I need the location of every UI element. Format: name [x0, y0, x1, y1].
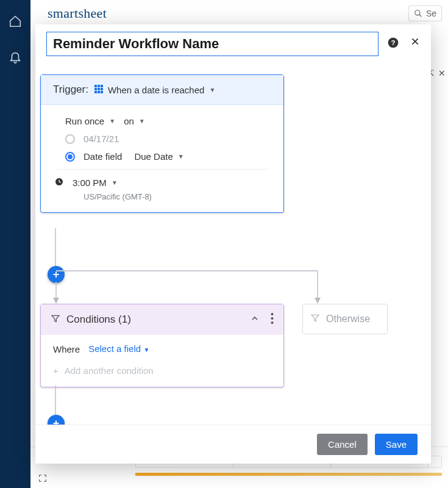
search-icon	[414, 9, 422, 18]
timezone-label: US/Pacific (GMT-8)	[84, 192, 269, 201]
svg-rect-13	[98, 91, 100, 93]
svg-rect-7	[98, 85, 100, 87]
notifications-icon[interactable]	[9, 50, 22, 66]
svg-rect-10	[98, 88, 100, 90]
date-field-select[interactable]: Due Date ▼	[134, 151, 183, 162]
workflow-modal: ? Trigger: When a date is reached ▼	[35, 24, 431, 464]
svg-rect-9	[94, 88, 97, 90]
clock-icon	[54, 177, 64, 188]
run-frequency-select[interactable]: Run once ▼	[65, 116, 115, 126]
workflow-name-input[interactable]	[46, 32, 379, 56]
expand-icon[interactable]	[38, 473, 48, 486]
close-icon[interactable]	[410, 37, 420, 51]
top-bar: smartsheet Se	[30, 0, 448, 27]
close-panel-icon[interactable]: ✕	[438, 68, 446, 78]
plus-icon: +	[53, 365, 59, 376]
svg-rect-8	[101, 85, 103, 87]
filter-icon	[51, 314, 60, 326]
add-condition-button[interactable]: + Add another condition	[53, 365, 271, 376]
date-grid-icon	[94, 85, 103, 95]
left-nav-rail	[0, 0, 30, 488]
specific-date-value: 04/17/21	[84, 134, 119, 144]
otherwise-branch[interactable]: Otherwise	[302, 304, 388, 334]
conditions-title: Conditions (1)	[66, 314, 131, 326]
run-on-select[interactable]: on ▼	[124, 116, 145, 126]
time-select[interactable]: 3:00 PM ▼	[73, 178, 118, 188]
chevron-down-icon: ▼	[209, 87, 215, 93]
svg-rect-14	[101, 91, 103, 93]
brand-logo: smartsheet	[48, 5, 107, 21]
trigger-type-text: When a date is reached	[108, 85, 204, 95]
collapse-conditions-button[interactable]	[250, 314, 260, 326]
svg-rect-11	[101, 88, 103, 90]
svg-rect-6	[94, 85, 97, 87]
save-button[interactable]: Save	[375, 434, 418, 455]
condition-field-select[interactable]: Select a field ▼	[88, 343, 149, 354]
svg-text:?: ?	[391, 38, 395, 46]
svg-marker-21	[53, 298, 59, 304]
trigger-label: Trigger:	[53, 84, 88, 96]
svg-point-25	[271, 317, 274, 320]
date-field-value: Due Date	[134, 151, 172, 162]
filter-icon	[310, 313, 320, 325]
condition-field-placeholder: Select a field	[88, 343, 141, 354]
radio-date-field[interactable]	[65, 152, 75, 162]
add-condition-label: Add another condition	[65, 365, 154, 376]
run-frequency-label: Run once	[65, 116, 104, 126]
trigger-card: Trigger: When a date is reached ▼ Run on…	[40, 74, 284, 213]
trigger-header[interactable]: Trigger: When a date is reached ▼	[41, 75, 283, 105]
svg-line-1	[419, 15, 422, 17]
conditions-card: Conditions (1) Where	[40, 304, 284, 387]
home-icon[interactable]	[9, 15, 22, 30]
svg-marker-23	[315, 298, 321, 304]
svg-rect-12	[94, 91, 97, 93]
search-placeholder: Se	[426, 9, 436, 18]
where-label: Where	[53, 344, 80, 354]
svg-point-0	[415, 10, 420, 15]
cancel-button[interactable]: Cancel	[317, 434, 368, 455]
conditions-menu-button[interactable]	[271, 313, 274, 326]
svg-point-26	[271, 321, 274, 324]
time-value: 3:00 PM	[73, 178, 107, 188]
radio-specific-date[interactable]	[65, 134, 75, 144]
date-field-label: Date field	[84, 151, 122, 162]
help-icon[interactable]: ?	[387, 37, 399, 51]
otherwise-label: Otherwise	[326, 314, 370, 325]
search-input[interactable]: Se	[408, 5, 442, 21]
run-on-label: on	[124, 116, 134, 126]
svg-point-24	[271, 313, 274, 315]
